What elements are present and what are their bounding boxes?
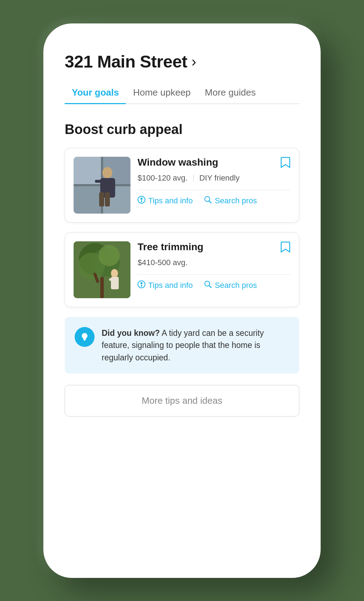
search-icon-2 bbox=[204, 280, 212, 290]
tree-trimming-bookmark-icon[interactable] bbox=[280, 241, 290, 255]
meta-divider bbox=[193, 175, 194, 182]
window-washing-card: Window washing $100-120 avg. DIY friendl… bbox=[65, 148, 299, 222]
address-title: 321 Main Street bbox=[65, 52, 187, 71]
address-row[interactable]: 321 Main Street › bbox=[65, 52, 299, 71]
svg-point-13 bbox=[140, 198, 143, 200]
tips-icon bbox=[138, 196, 145, 206]
svg-rect-35 bbox=[84, 340, 85, 340]
svg-rect-3 bbox=[74, 185, 102, 214]
window-washing-image bbox=[74, 157, 130, 214]
did-you-know-label: Did you know? bbox=[102, 328, 160, 338]
window-washing-tips-label: Tips and info bbox=[148, 196, 193, 205]
tab-your-goals[interactable]: Your goals bbox=[65, 82, 126, 104]
svg-point-28 bbox=[140, 282, 143, 284]
window-washing-price: $100-120 avg. bbox=[138, 173, 188, 183]
tree-trimming-price: $410-500 avg. bbox=[138, 258, 188, 267]
tabs-bar: Your goals Home upkeep More guides bbox=[65, 82, 299, 104]
tree-trimming-image bbox=[74, 241, 130, 298]
window-washing-search-action[interactable]: Search pros bbox=[204, 196, 257, 206]
window-washing-diy: DIY friendly bbox=[199, 173, 240, 183]
window-washing-title: Window washing bbox=[138, 157, 218, 168]
tree-trimming-tips-label: Tips and info bbox=[148, 281, 193, 290]
card-divider bbox=[138, 190, 290, 190]
svg-rect-11 bbox=[105, 192, 110, 206]
card-divider-2 bbox=[138, 274, 290, 275]
window-washing-content: Window washing $100-120 avg. DIY friendl… bbox=[138, 157, 290, 214]
tree-trimming-actions: Tips and info Search pros bbox=[138, 280, 290, 290]
did-you-know-text: Did you know? A tidy yard can be a secur… bbox=[102, 327, 289, 364]
tree-trimming-card: Tree trimming $410-500 avg. bbox=[65, 232, 299, 307]
tree-trimming-search-label: Search pros bbox=[215, 281, 257, 290]
tab-home-upkeep[interactable]: Home upkeep bbox=[126, 82, 198, 104]
phone-shell: 321 Main Street › Your goals Home upkeep… bbox=[43, 23, 321, 578]
svg-point-7 bbox=[102, 167, 112, 178]
svg-line-31 bbox=[209, 285, 212, 288]
svg-rect-9 bbox=[95, 180, 101, 183]
tree-trimming-tips-action[interactable]: Tips and info bbox=[138, 280, 193, 290]
section-title: Boost curb appeal bbox=[65, 122, 299, 137]
svg-point-24 bbox=[111, 269, 118, 278]
svg-point-21 bbox=[98, 245, 120, 266]
svg-rect-10 bbox=[99, 192, 104, 206]
window-washing-search-label: Search pros bbox=[215, 196, 257, 205]
more-tips-button[interactable]: More tips and ideas bbox=[65, 385, 299, 417]
search-icon bbox=[204, 196, 212, 206]
svg-rect-26 bbox=[109, 278, 114, 281]
tab-more-guides[interactable]: More guides bbox=[198, 82, 263, 104]
did-you-know-box: Did you know? A tidy yard can be a secur… bbox=[65, 317, 299, 374]
window-washing-bookmark-icon[interactable] bbox=[280, 157, 290, 171]
tips-icon-2 bbox=[138, 280, 145, 290]
svg-point-32 bbox=[82, 333, 87, 339]
tree-trimming-title: Tree trimming bbox=[138, 241, 203, 253]
svg-rect-14 bbox=[141, 200, 142, 202]
svg-line-16 bbox=[209, 201, 212, 203]
tree-trimming-search-action[interactable]: Search pros bbox=[204, 280, 257, 290]
bulb-icon bbox=[75, 327, 95, 347]
window-washing-actions: Tips and info Search pros bbox=[138, 196, 290, 206]
svg-rect-22 bbox=[100, 277, 104, 298]
svg-rect-29 bbox=[141, 285, 142, 287]
tree-trimming-content: Tree trimming $410-500 avg. bbox=[138, 241, 290, 298]
window-washing-tips-action[interactable]: Tips and info bbox=[138, 196, 193, 206]
address-chevron[interactable]: › bbox=[192, 54, 196, 70]
